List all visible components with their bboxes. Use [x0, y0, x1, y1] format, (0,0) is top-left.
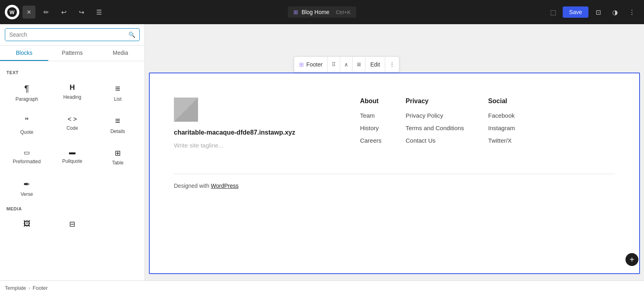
block-code[interactable]: < > Code	[50, 110, 94, 140]
breadcrumb-separator: ›	[29, 285, 30, 291]
code-label: Code	[66, 125, 78, 131]
about-link-team[interactable]: Team	[360, 112, 381, 119]
gallery-icon: ⊟	[69, 220, 75, 229]
privacy-link-contact[interactable]: Contact Us	[406, 137, 464, 144]
table-icon: ⊞	[115, 149, 121, 158]
footer-col-privacy: Privacy Privacy Policy Terms and Conditi…	[406, 98, 464, 150]
wordpress-logo[interactable]: W	[5, 5, 19, 19]
footer-tagline[interactable]: Write site tagline...	[174, 142, 344, 149]
align-btn[interactable]: ≡	[353, 56, 365, 73]
social-link-twitter[interactable]: Twitter/X	[488, 137, 515, 144]
more-options-btn[interactable]: ⋮	[385, 56, 399, 73]
blocks-grid: TEXT ¶ Paragraph H Heading ≡ List "	[0, 61, 144, 280]
verse-icon: ✒	[23, 179, 30, 189]
details-icon: ≡	[115, 116, 120, 126]
social-links: Facebook Instagram Twitter/X	[488, 112, 515, 144]
block-table[interactable]: ⊞ Table	[96, 143, 140, 171]
social-heading: Social	[488, 98, 515, 105]
layout-button[interactable]: ⊡	[591, 5, 605, 19]
paragraph-label: Paragraph	[15, 96, 38, 102]
heading-icon: H	[70, 83, 75, 92]
tab-blocks[interactable]: Blocks	[0, 46, 48, 61]
block-quote[interactable]: " Quote	[5, 110, 49, 140]
blog-home-label: Blog Home	[301, 9, 329, 15]
canvas-area[interactable]: ⊞ Footer ⠿ ∧ ≡ Edit ⋮ charitable-macaque…	[145, 24, 644, 280]
about-link-history[interactable]: History	[360, 125, 381, 131]
block-list[interactable]: ≡ List	[96, 78, 140, 107]
tab-media[interactable]: Media	[96, 46, 144, 61]
footer-site-name[interactable]: charitable-macaque-dfde87.instawp.xyz	[174, 128, 344, 137]
footer-logo	[174, 98, 198, 122]
blocks-row-media: 🖼 ⊟	[5, 214, 140, 236]
footer-col-about: About Team History Careers	[360, 98, 381, 150]
privacy-link-terms[interactable]: Terms and Conditions	[406, 125, 464, 131]
edit-btn[interactable]: Edit	[365, 56, 385, 73]
privacy-heading: Privacy	[406, 98, 464, 105]
privacy-link-policy[interactable]: Privacy Policy	[406, 112, 464, 119]
footer-inner: charitable-macaque-dfde87.instawp.xyz Wr…	[174, 89, 615, 158]
pullquote-icon: ▬	[69, 149, 76, 156]
block-pullquote[interactable]: ▬ Pullquote	[50, 143, 94, 171]
undo-button[interactable]: ↩	[56, 5, 71, 19]
search-button[interactable]: 🔍	[124, 29, 139, 41]
top-toolbar: W ✕ ✏ ↩ ↪ ☰ ⊞ Blog Home Ctrl+K ⬚ Save ⊡ …	[0, 0, 644, 24]
media-section-label: MEDIA	[5, 206, 140, 211]
close-button[interactable]: ✕	[23, 6, 35, 19]
block-paragraph[interactable]: ¶ Paragraph	[5, 78, 49, 107]
image-icon: 🖼	[23, 220, 31, 228]
edit-icon-button[interactable]: ✏	[39, 5, 53, 19]
social-link-instagram[interactable]: Instagram	[488, 125, 515, 131]
move-up-btn[interactable]: ∧	[340, 56, 353, 73]
toolbar-right: ⬚ Save ⊡ ◑ ⋮	[546, 5, 639, 19]
save-button[interactable]: Save	[563, 6, 588, 18]
breadcrumb-template[interactable]: Template	[5, 285, 26, 291]
pullquote-label: Pullquote	[62, 158, 82, 164]
add-block-area: +	[625, 253, 638, 266]
footer-toolbar: ⊞ Footer ⠿ ∧ ≡ Edit ⋮	[294, 56, 399, 73]
search-input[interactable]	[5, 29, 124, 41]
page-icon: ⊞	[293, 9, 298, 15]
blocks-row-2: " Quote < > Code ≡ Details	[5, 110, 140, 140]
footer-canvas-block: charitable-macaque-dfde87.instawp.xyz Wr…	[149, 73, 640, 274]
bottom-bar: Template › Footer	[0, 280, 644, 295]
code-icon: < >	[68, 116, 77, 123]
text-section-label: TEXT	[5, 70, 140, 75]
redo-button[interactable]: ↪	[74, 5, 89, 19]
footer-label-btn[interactable]: ⊞ Footer	[294, 56, 328, 73]
heading-label: Heading	[63, 94, 81, 100]
list-icon: ≡	[115, 83, 120, 94]
block-heading[interactable]: H Heading	[50, 78, 94, 107]
search-bar: 🔍	[0, 24, 144, 46]
preformatted-icon: ▭	[24, 149, 30, 156]
left-panel: 🔍 Blocks Patterns Media TEXT ¶ Paragraph…	[0, 24, 145, 280]
footer-bottom-text: Designed with WordPress	[174, 183, 239, 189]
list-view-button[interactable]: ☰	[92, 5, 106, 19]
block-preformatted[interactable]: ▭ Preformatted	[5, 143, 49, 171]
block-image[interactable]: 🖼	[5, 214, 49, 236]
panel-tabs: Blocks Patterns Media	[0, 46, 144, 61]
footer-brand: charitable-macaque-dfde87.instawp.xyz Wr…	[174, 98, 344, 149]
blocks-row-1: ¶ Paragraph H Heading ≡ List	[5, 78, 140, 107]
drag-handle-btn[interactable]: ⠿	[328, 56, 340, 73]
about-links: Team History Careers	[360, 112, 381, 144]
social-link-facebook[interactable]: Facebook	[488, 112, 515, 119]
preformatted-label: Preformatted	[13, 159, 41, 164]
about-heading: About	[360, 98, 381, 105]
blog-home-pill[interactable]: ⊞ Blog Home Ctrl+K	[288, 6, 356, 18]
block-verse[interactable]: ✒ Verse	[5, 174, 49, 202]
view-button[interactable]: ⬚	[546, 5, 560, 19]
block-details[interactable]: ≡ Details	[96, 110, 140, 140]
about-link-careers[interactable]: Careers	[360, 137, 381, 144]
add-block-button[interactable]: +	[625, 253, 638, 266]
details-label: Details	[110, 129, 125, 134]
breadcrumb-footer[interactable]: Footer	[33, 285, 48, 291]
wordpress-link[interactable]: WordPress	[211, 183, 239, 189]
block-gallery[interactable]: ⊟	[50, 214, 94, 236]
options-button[interactable]: ⋮	[625, 5, 639, 19]
footer-nav: About Team History Careers Privacy Priva…	[360, 98, 615, 150]
quote-icon: "	[25, 116, 29, 127]
list-label: List	[114, 96, 122, 102]
tab-patterns[interactable]: Patterns	[48, 46, 97, 61]
contrast-button[interactable]: ◑	[608, 5, 622, 19]
footer-col-social: Social Facebook Instagram Twitter/X	[488, 98, 515, 150]
